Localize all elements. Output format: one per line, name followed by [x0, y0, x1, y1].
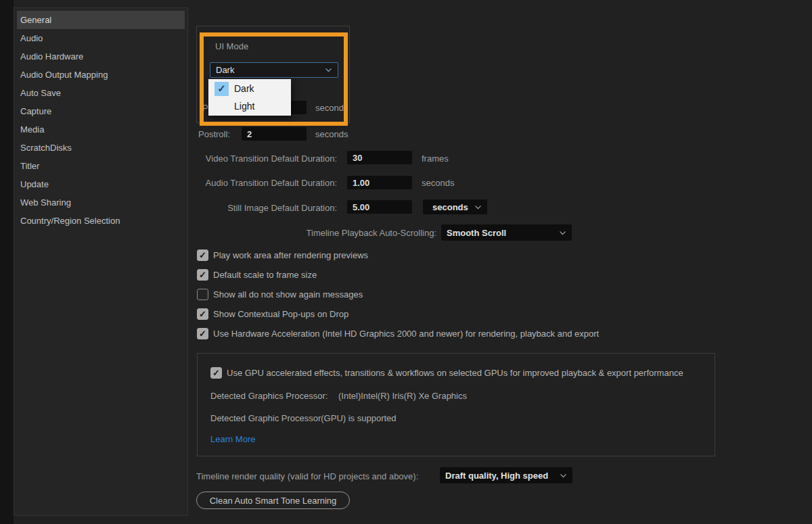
- ui-mode-option-dark[interactable]: ✓ Dark: [208, 80, 291, 97]
- video-transition-input[interactable]: [347, 151, 412, 164]
- still-image-label: Still Image Default Duration:: [183, 203, 337, 213]
- render-quality-label: Timeline render quality (valid for HD pr…: [196, 471, 418, 481]
- check-icon: ✓: [199, 329, 206, 339]
- postroll-label: Postroll:: [198, 129, 230, 139]
- audio-transition-unit: seconds: [422, 178, 454, 188]
- chevron-down-icon: [559, 231, 566, 235]
- checkbox[interactable]: ✓: [197, 289, 208, 300]
- still-image-input[interactable]: [347, 200, 412, 214]
- audio-transition-input[interactable]: [347, 176, 412, 189]
- postroll-unit: seconds: [315, 129, 348, 139]
- ui-mode-menu: ✓ Dark ✓ Light: [208, 79, 291, 116]
- sidebar-list: General Audio Audio Hardware Audio Outpu…: [14, 8, 187, 230]
- detected-gpu-label: Detected Graphics Processor:: [210, 391, 328, 401]
- checkbox-row: ✓ Play work area after rendering preview…: [197, 249, 368, 261]
- sidebar-item-audio-output-mapping[interactable]: Audio Output Mapping: [17, 66, 185, 84]
- ui-mode-label: UI Mode: [215, 41, 248, 51]
- ui-mode-select[interactable]: Dark: [210, 62, 338, 78]
- still-image-unit-value: seconds: [428, 202, 468, 212]
- checkbox[interactable]: ✓: [197, 249, 208, 261]
- gpu-checkbox-row: ✓ Use GPU accelerated effects, transitio…: [210, 367, 683, 379]
- gpu-supported-text: Detected Graphic Processor(GPU) is suppo…: [210, 413, 397, 423]
- autoscroll-label: Timeline Playback Auto-Scrolling:: [244, 228, 436, 238]
- checkbox[interactable]: ✓: [197, 328, 208, 339]
- left-gutter: [0, 0, 14, 524]
- render-quality-value: Draft quality, High speed: [445, 471, 548, 481]
- sidebar-item-auto-save[interactable]: Auto Save: [17, 84, 185, 102]
- option-label: Dark: [234, 83, 254, 94]
- video-transition-unit: frames: [422, 153, 449, 164]
- ui-mode-option-light[interactable]: ✓ Light: [208, 97, 291, 115]
- learn-more-link[interactable]: Learn More: [210, 434, 255, 444]
- sidebar-item-general[interactable]: General: [17, 11, 185, 29]
- selected-check-icon: ✓: [215, 82, 229, 96]
- detected-gpu-value: (Intel)Intel(R) Iris(R) Xe Graphics: [338, 391, 467, 401]
- sidebar-item-scratchdisks[interactable]: ScratchDisks: [17, 139, 185, 157]
- option-check-placeholder: ✓: [215, 99, 229, 114]
- checkbox-label: Show Contextual Pop-ups on Drop: [213, 309, 348, 319]
- checkbox[interactable]: ✓: [197, 269, 208, 281]
- sidebar-item-update[interactable]: Update: [17, 175, 185, 193]
- checkbox-label: Default scale to frame size: [213, 270, 317, 280]
- autoscroll-value: Smooth Scroll: [447, 228, 506, 238]
- postroll-input[interactable]: [242, 127, 307, 141]
- still-image-unit-dropdown[interactable]: seconds: [423, 199, 487, 214]
- ui-mode-select-value: Dark: [216, 65, 234, 75]
- checkbox-row: ✓ Show Contextual Pop-ups on Drop: [197, 308, 348, 320]
- sidebar-item-media[interactable]: Media: [17, 120, 185, 139]
- preroll-unit: seconds: [315, 103, 348, 113]
- sidebar-item-country-region[interactable]: Country/Region Selection: [17, 212, 185, 230]
- chevron-down-icon: [560, 473, 567, 478]
- chevron-down-icon: [474, 205, 482, 210]
- checkbox-label: Play work area after rendering previews: [213, 250, 368, 260]
- checkbox-label: Show all do not show again messages: [213, 289, 363, 300]
- sidebar-item-titler[interactable]: Titler: [17, 157, 185, 175]
- video-transition-label: Video Transition Default Duration:: [183, 153, 337, 164]
- gpu-checkbox[interactable]: ✓: [210, 367, 222, 379]
- audio-transition-label: Audio Transition Default Duration:: [183, 178, 337, 188]
- option-label: Light: [234, 101, 254, 112]
- gpu-checkbox-label: Use GPU accelerated effects, transitions…: [227, 368, 683, 378]
- checkbox-row: ✓ Default scale to frame size: [197, 269, 317, 281]
- check-icon: ✓: [199, 270, 206, 280]
- check-icon: ✓: [212, 368, 220, 378]
- check-icon: ✓: [199, 309, 206, 319]
- autoscroll-dropdown[interactable]: Smooth Scroll: [441, 224, 572, 241]
- checkbox[interactable]: ✓: [197, 308, 208, 320]
- sidebar-item-web-sharing[interactable]: Web Sharing: [17, 193, 185, 212]
- preferences-sidebar: General Audio Audio Hardware Audio Outpu…: [14, 7, 188, 516]
- checkbox-label: Use Hardware Acceleration (Intel HD Grap…: [213, 329, 599, 339]
- sidebar-item-audio[interactable]: Audio: [17, 29, 185, 47]
- clean-auto-smart-tone-button[interactable]: Clean Auto Smart Tone Learning: [196, 492, 350, 509]
- sidebar-item-audio-hardware[interactable]: Audio Hardware: [17, 47, 185, 66]
- preferences-dialog: General Audio Audio Hardware Audio Outpu…: [0, 0, 812, 524]
- chevron-down-icon: [325, 68, 332, 72]
- checkbox-row: ✓ Show all do not show again messages: [197, 289, 363, 300]
- check-icon: ✓: [199, 250, 206, 260]
- checkbox-row: ✓ Use Hardware Acceleration (Intel HD Gr…: [197, 328, 599, 339]
- render-quality-dropdown[interactable]: Draft quality, High speed: [440, 467, 572, 483]
- sidebar-item-capture[interactable]: Capture: [17, 102, 185, 120]
